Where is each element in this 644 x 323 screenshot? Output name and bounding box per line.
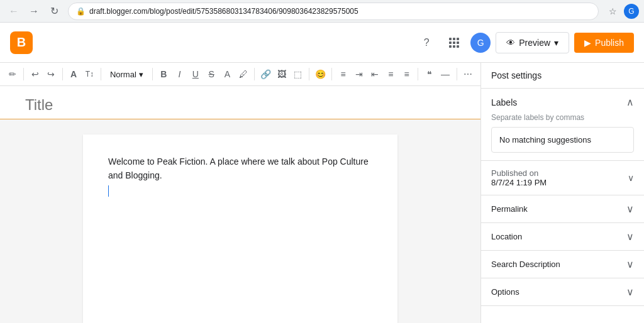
forward-button[interactable]: → xyxy=(25,3,43,20)
preview-chevron-icon: ▾ xyxy=(554,38,558,48)
apps-dot xyxy=(457,38,459,40)
editor-content[interactable]: Welcome to Peak Fiction. A place where w… xyxy=(108,155,372,197)
editor-area: ✏ ↩ ↪ A T↕ Normal ▾ B I U S A 🖊 xyxy=(0,63,480,323)
labels-header: Labels ∧ xyxy=(491,96,634,108)
font-color-button[interactable]: A xyxy=(67,65,81,83)
published-info: Published on 8/7/24 1:19 PM xyxy=(491,168,547,187)
pencil-button[interactable]: ✏ xyxy=(5,65,19,83)
list-unordered-button[interactable]: ≡ xyxy=(384,65,398,83)
permalink-chevron-icon: ∨ xyxy=(626,203,634,215)
apps-icon xyxy=(449,38,459,48)
permalink-section[interactable]: Permalink ∨ xyxy=(481,195,644,223)
apps-dot xyxy=(453,45,455,48)
address-bar[interactable]: 🔒 draft.blogger.com/blog/post/edit/57535… xyxy=(68,3,599,20)
published-date: 8/7/24 1:19 PM xyxy=(491,178,547,187)
align-button[interactable]: ≡ xyxy=(336,65,350,83)
layout-button[interactable]: ⬚ xyxy=(291,65,305,83)
editor-toolbar: ✏ ↩ ↪ A T↕ Normal ▾ B I U S A 🖊 xyxy=(0,63,480,86)
toolbar-divider-3 xyxy=(101,68,101,80)
italic-button[interactable]: I xyxy=(172,65,187,83)
search-description-label: Search Description xyxy=(491,260,560,269)
published-chevron-icon[interactable]: ∨ xyxy=(628,173,634,183)
url-text: draft.blogger.com/blog/post/edit/5753586… xyxy=(89,7,358,16)
editor-page: Welcome to Peak Fiction. A place where w… xyxy=(83,134,397,323)
redo-button[interactable]: ↪ xyxy=(43,65,58,83)
preview-button[interactable]: 👁 Preview ▾ xyxy=(496,32,569,53)
publish-label: Publish xyxy=(595,38,624,48)
toolbar-divider-5 xyxy=(254,68,255,80)
editor-body[interactable]: Welcome to Peak Fiction. A place where w… xyxy=(0,119,480,323)
title-area xyxy=(0,86,480,119)
header-actions: ? G 👁 Preview ▾ xyxy=(415,31,634,54)
undo-button[interactable]: ↩ xyxy=(28,65,42,83)
font-style-chevron-icon: ▾ xyxy=(139,70,143,79)
refresh-button[interactable]: ↻ xyxy=(45,3,63,20)
back-button[interactable]: ← xyxy=(5,3,23,20)
toolbar-divider-1 xyxy=(23,68,24,80)
permalink-label: Permalink xyxy=(491,204,528,214)
quote-button[interactable]: ❝ xyxy=(422,65,436,83)
published-header: Published on 8/7/24 1:19 PM ∨ xyxy=(491,168,634,187)
emoji-button[interactable]: 😊 xyxy=(313,65,328,83)
list-ordered-button[interactable]: ≡ xyxy=(399,65,414,83)
browser-chrome: ← → ↻ 🔒 draft.blogger.com/blog/post/edit… xyxy=(0,0,644,23)
cursor xyxy=(108,185,109,197)
labels-title: Labels xyxy=(491,97,517,107)
lock-icon: 🔒 xyxy=(76,7,86,16)
image-button[interactable]: 🖼 xyxy=(274,65,289,83)
apps-dot xyxy=(457,41,459,44)
labels-section: Labels ∧ Separate labels by commas No ma… xyxy=(481,89,644,161)
options-chevron-icon: ∨ xyxy=(626,286,634,298)
options-label: Options xyxy=(491,287,519,297)
bold-button[interactable]: B xyxy=(157,65,171,83)
labels-no-match: No matching suggestions xyxy=(491,127,634,153)
options-section[interactable]: Options ∨ xyxy=(481,278,644,306)
strikethrough-button[interactable]: S xyxy=(204,65,218,83)
search-description-chevron-icon: ∨ xyxy=(626,258,634,270)
browser-avatar[interactable]: G xyxy=(624,4,639,19)
location-label: Location xyxy=(491,232,522,241)
hr-button[interactable]: — xyxy=(438,65,452,83)
highlight-button[interactable]: 🖊 xyxy=(236,65,250,83)
bookmark-button[interactable]: ☆ xyxy=(604,3,621,20)
browser-actions: ☆ G xyxy=(604,3,639,20)
apps-button[interactable] xyxy=(443,31,465,54)
publish-button[interactable]: ▶ Publish xyxy=(574,33,634,53)
underline-button[interactable]: U xyxy=(188,65,203,83)
labels-hint: Separate labels by commas xyxy=(491,113,634,122)
blogger-logo: B xyxy=(10,31,33,54)
apps-dot xyxy=(453,38,455,40)
location-chevron-icon: ∨ xyxy=(626,231,634,243)
right-sidebar: Post settings Labels ∧ Separate labels b… xyxy=(480,63,644,323)
text-color-button[interactable]: A xyxy=(220,65,235,83)
font-style-select[interactable]: Normal ▾ xyxy=(105,65,148,83)
apps-dot xyxy=(453,41,455,44)
preview-label: Preview xyxy=(519,38,550,48)
outdent-button[interactable]: ⇤ xyxy=(367,65,382,83)
help-button[interactable]: ? xyxy=(415,31,438,54)
toolbar-divider-9 xyxy=(457,68,457,80)
indent-button[interactable]: ⇥ xyxy=(352,65,366,83)
toolbar-divider-6 xyxy=(309,68,309,80)
location-section[interactable]: Location ∨ xyxy=(481,223,644,251)
apps-dot xyxy=(457,45,459,48)
app-header: B ? G 👁 Preview xyxy=(0,23,644,63)
search-description-section[interactable]: Search Description ∨ xyxy=(481,251,644,278)
more-button[interactable]: ⋯ xyxy=(461,65,475,83)
app-container: B ? G 👁 Preview xyxy=(0,23,644,323)
publish-play-icon: ▶ xyxy=(584,38,591,48)
labels-chevron-icon[interactable]: ∧ xyxy=(626,96,634,108)
user-avatar[interactable]: G xyxy=(470,33,491,53)
font-size-button[interactable]: T↕ xyxy=(82,65,97,83)
link-button[interactable]: 🔗 xyxy=(258,65,273,83)
post-settings-label: Post settings xyxy=(481,63,644,89)
toolbar-divider-4 xyxy=(152,68,153,80)
toolbar-divider-7 xyxy=(331,68,332,80)
browser-controls: ← → ↻ xyxy=(5,3,63,20)
font-style-label: Normal xyxy=(110,70,136,79)
apps-dot xyxy=(449,41,452,44)
apps-dot xyxy=(449,45,452,48)
title-input[interactable] xyxy=(25,96,455,114)
main-content: ✏ ↩ ↪ A T↕ Normal ▾ B I U S A 🖊 xyxy=(0,63,644,323)
logo-letter: B xyxy=(17,35,26,50)
